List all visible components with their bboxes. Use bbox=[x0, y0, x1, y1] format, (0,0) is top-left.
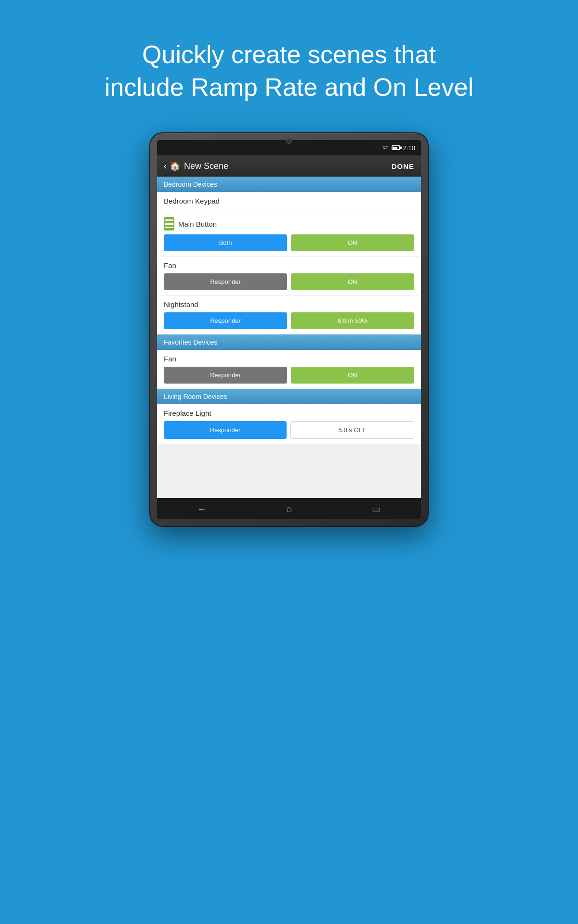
battery-icon bbox=[392, 145, 400, 150]
main-button-row: Both ON bbox=[164, 234, 414, 251]
device-name-fireplace-light: Fireplace Light bbox=[164, 409, 414, 417]
device-row-fireplace-light: Fireplace Light Responder 5.0 s OFF bbox=[157, 404, 421, 444]
device-row-nightstand: Nightstand Responder 8.0 m 50% bbox=[157, 295, 421, 334]
fireplace-button-row: Responder 5.0 s OFF bbox=[164, 421, 414, 439]
nightstand-rate[interactable]: 8.0 m 50% bbox=[291, 312, 414, 329]
device-group-living-room: Fireplace Light Responder 5.0 s OFF bbox=[157, 404, 421, 444]
device-row-bedroom-keypad: Bedroom Keypad bbox=[157, 192, 421, 214]
section-header-favorites: Favorites Devices bbox=[157, 334, 421, 350]
bottom-nav-back[interactable]: ← bbox=[197, 503, 207, 514]
device-group-favorites: Fan Responder ON bbox=[157, 350, 421, 389]
tablet-screen: 2:10 ‹ 🏠 New Scene DONE Bedroom Devices … bbox=[157, 140, 421, 519]
main-button-on[interactable]: ON bbox=[291, 234, 414, 251]
fan-favorites-button-row: Responder ON bbox=[164, 367, 414, 384]
fireplace-responder[interactable]: Responder bbox=[164, 421, 287, 439]
nav-back-icon[interactable]: ‹ bbox=[164, 161, 167, 171]
bottom-nav-recents[interactable]: ▭ bbox=[372, 503, 381, 514]
wifi-icon bbox=[381, 145, 389, 151]
fan-favorites-responder[interactable]: Responder bbox=[164, 367, 287, 384]
device-row-fan-favorites: Fan Responder ON bbox=[157, 350, 421, 389]
fireplace-off[interactable]: 5.0 s OFF bbox=[290, 421, 414, 439]
section-header-bedroom: Bedroom Devices bbox=[157, 177, 421, 192]
section-header-living-room: Living Room Devices bbox=[157, 389, 421, 404]
headline-line1: Quickly create scenes that bbox=[142, 40, 436, 68]
tablet-camera bbox=[286, 138, 292, 144]
nav-home-icon: 🏠 bbox=[170, 161, 180, 171]
fan-favorites-on[interactable]: ON bbox=[291, 367, 414, 384]
bottom-nav-home[interactable]: ⌂ bbox=[286, 503, 292, 514]
device-icon-main-button bbox=[164, 217, 174, 231]
fan-bedroom-button-row: Responder ON bbox=[164, 273, 414, 290]
device-name-main-button: Main Button bbox=[164, 217, 414, 231]
status-icons: 2:10 bbox=[381, 144, 415, 152]
headline: Quickly create scenes that include Ramp … bbox=[76, 38, 502, 103]
status-time: 2:10 bbox=[403, 144, 415, 152]
content-area: Bedroom Devices Bedroom Keypad bbox=[157, 177, 421, 498]
nightstand-responder[interactable]: Responder bbox=[164, 312, 287, 329]
device-group-bedroom: Bedroom Keypad Main Button Both bbox=[157, 192, 421, 334]
device-name-nightstand: Nightstand bbox=[164, 300, 414, 308]
device-name-bedroom-keypad: Bedroom Keypad bbox=[164, 197, 414, 205]
headline-line2: include Ramp Rate and On Level bbox=[105, 73, 473, 101]
nav-bar: ‹ 🏠 New Scene DONE bbox=[157, 155, 421, 177]
fan-bedroom-responder[interactable]: Responder bbox=[164, 273, 287, 290]
nightstand-button-row: Responder 8.0 m 50% bbox=[164, 312, 414, 329]
main-button-both[interactable]: Both bbox=[164, 234, 287, 251]
fan-bedroom-on[interactable]: ON bbox=[291, 273, 414, 290]
device-name-fan-bedroom: Fan bbox=[164, 261, 414, 270]
nav-done-button[interactable]: DONE bbox=[392, 162, 414, 170]
device-row-main-button: Main Button Both ON bbox=[157, 214, 421, 257]
device-name-fan-favorites: Fan bbox=[164, 355, 414, 363]
nav-title: New Scene bbox=[184, 161, 392, 171]
tablet-shell: 2:10 ‹ 🏠 New Scene DONE Bedroom Devices … bbox=[149, 132, 429, 527]
device-row-fan-bedroom: Fan Responder ON bbox=[157, 257, 421, 295]
bottom-nav-bar: ← ⌂ ▭ bbox=[157, 498, 421, 519]
